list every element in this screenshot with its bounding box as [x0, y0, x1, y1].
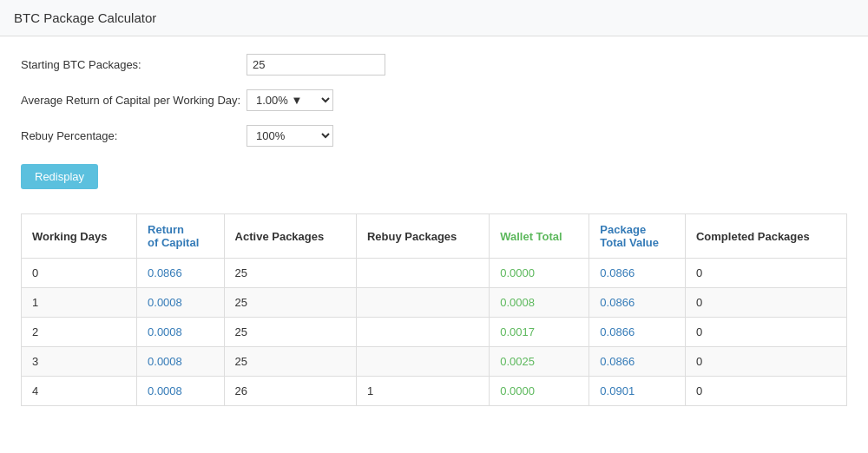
- table-cell: 0: [685, 259, 846, 288]
- avg-return-select[interactable]: 1.00% ▼ 1.25% 1.50% 1.75% 2.00%: [247, 89, 333, 111]
- rebuy-percentage-select[interactable]: 0% 25% 50% 75% 100%: [247, 125, 333, 147]
- table-cell: 1: [22, 288, 137, 318]
- page-header: BTC Package Calculator: [0, 0, 868, 36]
- table-cell: 0.0008: [137, 377, 225, 406]
- table-row: 10.0008250.00080.08660: [22, 288, 847, 318]
- col-rebuy-packages: Rebuy Packages: [356, 214, 489, 259]
- table-cell: [356, 347, 489, 377]
- rebuy-percentage-label: Rebuy Percentage:: [21, 129, 247, 142]
- table-cell: 0.0866: [589, 288, 686, 318]
- table-cell: 0: [685, 347, 846, 377]
- table-cell: 0.0025: [490, 347, 589, 377]
- table-header: Working Days Returnof Capital Active Pac…: [22, 214, 847, 259]
- table-cell: 0.0000: [490, 259, 589, 288]
- table-cell: 25: [224, 288, 356, 318]
- col-working-days: Working Days: [22, 214, 137, 259]
- table-cell: 0.0008: [490, 288, 589, 318]
- starting-packages-input[interactable]: [247, 54, 385, 76]
- table-cell: [356, 288, 489, 318]
- table-row: 30.0008250.00250.08660: [22, 347, 847, 377]
- header-row: Working Days Returnof Capital Active Pac…: [22, 214, 847, 259]
- table-cell: 0.0008: [137, 347, 225, 377]
- col-package-total-value: PackageTotal Value: [589, 214, 686, 259]
- table-cell: 25: [224, 259, 356, 288]
- table-cell: 0.0866: [589, 318, 686, 347]
- table-cell: 0.0008: [137, 288, 225, 318]
- table-row: 00.0866250.00000.08660: [22, 259, 847, 288]
- table-cell: 4: [22, 377, 137, 406]
- table-row: 40.00082610.00000.09010: [22, 377, 847, 406]
- table-cell: 0.0008: [137, 318, 225, 347]
- redisplay-button[interactable]: Redisplay: [21, 164, 98, 189]
- main-content: Starting BTC Packages: Average Return of…: [0, 36, 868, 423]
- table-body: 00.0866250.00000.0866010.0008250.00080.0…: [22, 259, 847, 406]
- table-cell: 0.0901: [589, 377, 686, 406]
- table-cell: 0: [685, 318, 846, 347]
- table-cell: 0: [685, 377, 846, 406]
- col-active-packages: Active Packages: [224, 214, 356, 259]
- results-table: Working Days Returnof Capital Active Pac…: [21, 213, 847, 406]
- table-cell: 26: [224, 377, 356, 406]
- table-cell: [356, 318, 489, 347]
- col-return-of-capital: Returnof Capital: [137, 214, 225, 259]
- starting-packages-group: Starting BTC Packages:: [21, 54, 847, 76]
- table-cell: 0.0017: [490, 318, 589, 347]
- avg-return-group: Average Return of Capital per Working Da…: [21, 89, 847, 111]
- table-cell: 2: [22, 318, 137, 347]
- table-cell: [356, 259, 489, 288]
- rebuy-percentage-group: Rebuy Percentage: 0% 25% 50% 75% 100%: [21, 125, 847, 147]
- col-wallet-total: Wallet Total: [490, 214, 589, 259]
- col-completed-packages: Completed Packages: [685, 214, 846, 259]
- table-cell: 25: [224, 347, 356, 377]
- table-cell: 0.0866: [589, 259, 686, 288]
- table-cell: 1: [356, 377, 489, 406]
- table-cell: 0: [22, 259, 137, 288]
- table-cell: 0: [685, 288, 846, 318]
- table-cell: 3: [22, 347, 137, 377]
- table-cell: 0.0866: [137, 259, 225, 288]
- table-row: 20.0008250.00170.08660: [22, 318, 847, 347]
- starting-packages-label: Starting BTC Packages:: [21, 58, 247, 71]
- table-cell: 0.0000: [490, 377, 589, 406]
- table-cell: 0.0866: [589, 347, 686, 377]
- page-title: BTC Package Calculator: [14, 10, 854, 25]
- avg-return-label: Average Return of Capital per Working Da…: [21, 94, 247, 107]
- table-cell: 25: [224, 318, 356, 347]
